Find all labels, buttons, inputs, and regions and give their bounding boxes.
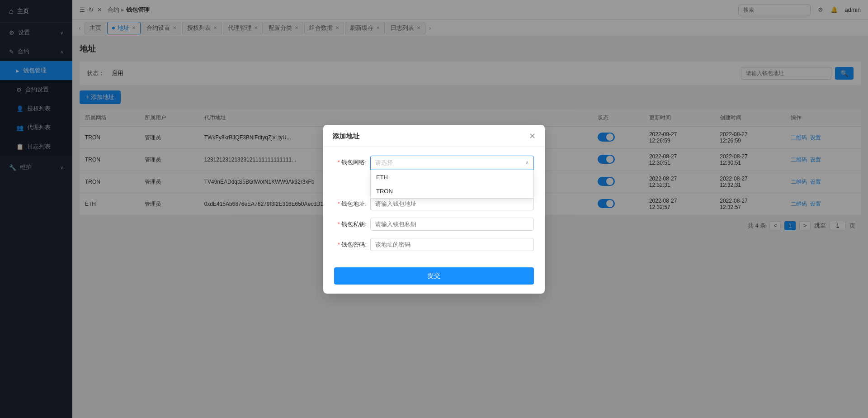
dialog-close-button[interactable]: ✕: [529, 132, 536, 140]
network-select[interactable]: 请选择 ∧: [370, 156, 534, 170]
password-input-wrap: [370, 238, 534, 251]
required-mark: *: [338, 159, 342, 166]
form-address-field: * 钱包地址:: [334, 197, 534, 210]
form-network-field: * 钱包网络: 请选择 ∧ ETH TRON: [334, 156, 534, 170]
form-address-label: * 钱包地址:: [334, 197, 370, 208]
modal-overlay[interactable]: 添加地址 ✕ * 钱包网络: 请选择 ∧ ETH TRON: [0, 0, 868, 418]
form-private-key-field: * 钱包私钥:: [334, 218, 534, 231]
network-option-eth[interactable]: ETH: [371, 170, 533, 184]
network-select-placeholder: 请选择: [375, 159, 393, 167]
required-mark2: *: [338, 200, 342, 207]
add-address-dialog: 添加地址 ✕ * 钱包网络: 请选择 ∧ ETH TRON: [323, 125, 545, 294]
wallet-password-input[interactable]: [370, 238, 534, 251]
network-select-wrap: 请选择 ∧ ETH TRON: [370, 156, 534, 170]
network-dropdown: ETH TRON: [370, 170, 534, 199]
submit-button[interactable]: 提交: [334, 267, 534, 285]
form-password-field: * 钱包密码:: [334, 238, 534, 251]
form-network-label: * 钱包网络:: [334, 156, 370, 166]
dialog-body: * 钱包网络: 请选择 ∧ ETH TRON * 钱包地址:: [323, 147, 545, 267]
dialog-title: 添加地址: [332, 132, 359, 141]
select-caret-up-icon: ∧: [525, 160, 529, 166]
required-mark3: *: [338, 221, 342, 228]
address-input-wrap: [370, 197, 534, 210]
dialog-header: 添加地址 ✕: [323, 125, 545, 147]
form-private-key-label: * 钱包私钥:: [334, 218, 370, 228]
form-password-label: * 钱包密码:: [334, 238, 370, 249]
dialog-footer: 提交: [323, 267, 545, 294]
network-option-tron[interactable]: TRON: [371, 184, 533, 198]
required-mark4: *: [338, 241, 342, 248]
private-key-input-wrap: [370, 218, 534, 231]
wallet-address-input[interactable]: [370, 197, 534, 210]
private-key-input[interactable]: [370, 218, 534, 231]
